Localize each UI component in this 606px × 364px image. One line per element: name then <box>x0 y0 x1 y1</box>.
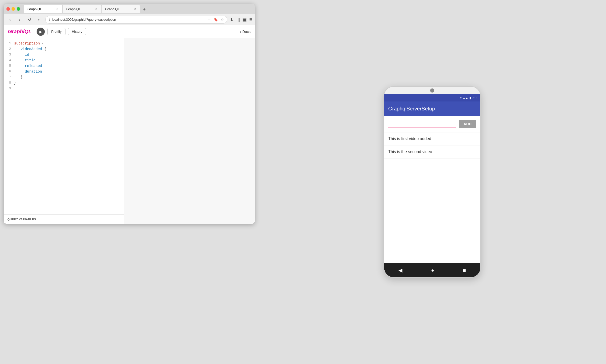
android-nav-bar: ◀ ● ■ <box>384 263 480 277</box>
home-nav-icon[interactable]: ● <box>431 267 434 273</box>
wifi-icon: ▾ <box>460 96 462 100</box>
back-nav-icon[interactable]: ◀ <box>398 267 402 273</box>
logo-text: Graph <box>8 29 23 34</box>
list-item-text-1: This is the second video <box>388 150 432 154</box>
code-line-1: 1 subscription { <box>4 41 124 46</box>
url-bar-icons: ··· 🔖 ☆ <box>208 18 224 21</box>
options-icon[interactable]: ··· <box>208 18 211 21</box>
graphiql-container: GraphiQL ▶ Prettify History ‹ Docs 1 <box>4 25 255 224</box>
title-bar: GraphiQL ✕ GraphiQL ✕ GraphiQL ✕ + <box>4 4 255 14</box>
tab-close-2[interactable]: ✕ <box>134 7 136 11</box>
field-released: released <box>25 64 42 68</box>
keyword-videoadded: videoAdded <box>20 47 42 51</box>
field-duration: duration <box>25 70 42 74</box>
new-tab-button[interactable]: + <box>140 6 148 13</box>
add-button[interactable]: ADD <box>459 120 476 128</box>
close-button[interactable] <box>6 7 10 11</box>
home-button[interactable]: ⌂ <box>36 16 43 23</box>
url-bar[interactable]: ℹ localhost:3002/graphiql?query=subscrip… <box>45 16 227 24</box>
code-line-9: 9 <box>4 86 124 91</box>
field-id: id <box>25 53 29 57</box>
app-bar-title: GraphqlServerSetup <box>388 106 435 112</box>
query-vars-footer[interactable]: QUERY VARIABLES <box>4 214 124 224</box>
line-num-3: 3 <box>4 52 14 58</box>
recents-nav-icon[interactable]: ■ <box>463 267 466 273</box>
list-item-1: This is the second video <box>384 145 480 158</box>
back-button[interactable]: ‹ <box>6 16 14 23</box>
code-line-7: 7 } <box>4 74 124 80</box>
address-bar-right: ⬇ ||| ▣ ≡ <box>230 17 252 22</box>
forward-button[interactable]: › <box>16 16 23 23</box>
code-line-8: 8 } <box>4 80 124 86</box>
line-content-8: } <box>14 80 124 86</box>
line-content-6: duration <box>14 69 124 74</box>
code-line-5: 5 released <box>4 63 124 69</box>
graphiql-body: 1 subscription { 2 videoAdded { <box>4 38 255 224</box>
tab-close-0[interactable]: ✕ <box>56 7 59 11</box>
android-app-bar: GraphqlServerSetup <box>384 101 480 116</box>
docs-button[interactable]: ‹ Docs <box>240 30 251 34</box>
traffic-lights <box>6 7 20 11</box>
phone-camera <box>430 88 434 93</box>
status-icons: ▾ ▲▲ ▮ 9:13 <box>460 96 477 100</box>
tab-2[interactable]: GraphiQL ✕ <box>102 5 140 13</box>
prettify-button[interactable]: Prettify <box>47 28 65 35</box>
line-num-6: 6 <box>4 69 14 74</box>
list-item-text-0: This is first video added <box>388 136 431 141</box>
history-button[interactable]: History <box>68 28 86 35</box>
input-row: ADD <box>384 116 480 132</box>
time-display: 9:13 <box>472 96 477 99</box>
android-status-bar: ▾ ▲▲ ▮ 9:13 <box>384 94 480 101</box>
tab-label-0: GraphiQL <box>27 7 42 11</box>
graphiql-logo: GraphiQL <box>8 29 31 35</box>
keyword-subscription: subscription <box>14 41 40 46</box>
reader-icon[interactable]: ▣ <box>242 17 247 22</box>
download-icon[interactable]: ⬇ <box>230 17 234 22</box>
chevron-left-icon: ‹ <box>240 30 241 34</box>
run-icon: ▶ <box>39 30 42 34</box>
bookmark-icon[interactable]: ☆ <box>221 18 224 21</box>
menu-icon[interactable]: ≡ <box>249 17 252 22</box>
phone-top-bar <box>384 87 480 94</box>
url-text: localhost:3002/graphiql?query=subscripti… <box>52 18 206 21</box>
run-button[interactable]: ▶ <box>37 28 45 36</box>
code-line-4: 4 title <box>4 58 124 63</box>
line-content-9 <box>14 86 124 91</box>
maximize-button[interactable] <box>17 7 20 11</box>
tab-0[interactable]: GraphiQL ✕ <box>24 5 62 13</box>
field-title: title <box>25 58 36 62</box>
editor-panel: 1 subscription { 2 videoAdded { <box>4 38 124 224</box>
line-num-5: 5 <box>4 63 14 69</box>
results-panel <box>124 38 255 224</box>
line-content-4: title <box>14 58 124 63</box>
query-vars-label: QUERY VARIABLES <box>7 218 36 221</box>
pocket-icon[interactable]: 🔖 <box>214 18 218 21</box>
graphiql-toolbar: GraphiQL ▶ Prettify History ‹ Docs <box>4 25 255 38</box>
code-editor[interactable]: 1 subscription { 2 videoAdded { <box>4 38 124 214</box>
close-brace-outer: } <box>14 81 16 85</box>
minimize-button[interactable] <box>12 7 15 11</box>
docs-label: Docs <box>242 30 251 34</box>
line-content-7: } <box>14 74 124 80</box>
android-content: ADD This is first video added This is th… <box>384 116 480 263</box>
line-content-2: videoAdded { <box>14 46 124 52</box>
line-num-7: 7 <box>4 74 14 80</box>
line-content-3: id <box>14 52 124 58</box>
code-line-2: 2 videoAdded { <box>4 46 124 52</box>
line-content-1: subscription { <box>14 41 124 46</box>
browser-window: GraphiQL ✕ GraphiQL ✕ GraphiQL ✕ + ‹ › ↺… <box>4 4 255 224</box>
phone-section: ▾ ▲▲ ▮ 9:13 GraphqlServerSetup ADD This … <box>258 0 606 364</box>
reload-button[interactable]: ↺ <box>26 16 33 23</box>
line-num-1: 1 <box>4 41 14 46</box>
code-line-6: 6 duration <box>4 69 124 74</box>
line-content-5: released <box>14 63 124 69</box>
tab-label-2: GraphiQL <box>105 7 120 11</box>
tab-1[interactable]: GraphiQL ✕ <box>63 5 101 13</box>
library-icon[interactable]: ||| <box>236 17 240 22</box>
logo-ql: QL <box>24 29 31 34</box>
signal-icon: ▲▲ <box>463 96 468 99</box>
url-security-icon: ℹ <box>49 18 50 21</box>
line-num-8: 8 <box>4 80 14 86</box>
add-text-input[interactable] <box>388 120 456 128</box>
tab-close-1[interactable]: ✕ <box>95 7 98 11</box>
